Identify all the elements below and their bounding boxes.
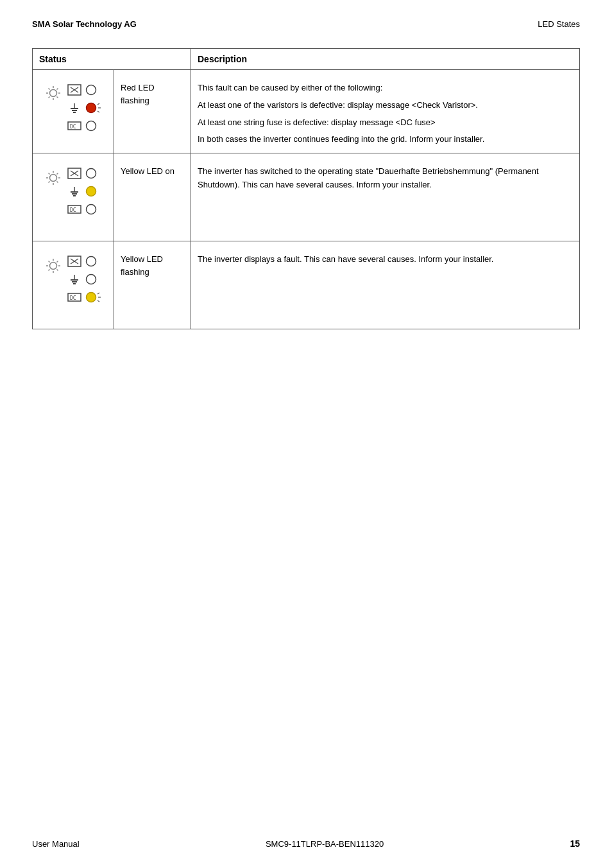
label-line2-3: flashing: [121, 267, 149, 277]
svg-line-31: [49, 173, 50, 175]
led-yellow-on-2: [85, 186, 97, 197]
sun-icon-1: [44, 82, 65, 139]
dc-icon-2: DC: [67, 204, 81, 215]
led-off-3a: [85, 256, 97, 267]
status-icon-3: DC: [39, 248, 107, 322]
svg-line-46: [57, 261, 58, 263]
led-row-ground-3: [67, 273, 105, 285]
svg-point-65: [87, 293, 96, 302]
svg-text:DC: DC: [70, 295, 76, 301]
svg-point-36: [87, 169, 96, 178]
label-line1-3: Yellow LED: [121, 254, 163, 264]
svg-text:DC: DC: [70, 124, 76, 130]
dc-icon-3: DC: [67, 291, 81, 303]
svg-point-57: [87, 257, 96, 266]
col-header-description: Description: [191, 49, 580, 70]
svg-point-32: [50, 175, 57, 182]
led-off-2a: [85, 168, 97, 179]
status-icon-2: DC: [39, 160, 107, 234]
led-row-dc-2: DC: [67, 204, 97, 215]
led-red-flash-1: [85, 102, 105, 114]
label-text-1: Red LED flashing: [121, 76, 184, 107]
svg-point-53: [50, 263, 57, 270]
desc-p2-1: At least one of the varistors is defecti…: [198, 99, 573, 112]
svg-point-41: [87, 187, 96, 196]
svg-point-8: [50, 90, 57, 97]
section-title: LED States: [538, 19, 580, 29]
svg-line-29: [49, 182, 50, 183]
status-icon-cell-3: DC: [33, 241, 114, 329]
svg-line-66: [98, 293, 99, 294]
label-line1-1: Red LED: [121, 83, 155, 92]
company-name: SMA Solar Technology AG: [32, 19, 137, 29]
svg-line-27: [57, 182, 58, 183]
svg-line-1: [57, 89, 58, 90]
desc-text-2: The inverter has switched to the operati…: [198, 160, 573, 192]
label-text-3: Yellow LED flashing: [121, 248, 184, 278]
svg-point-62: [87, 275, 96, 284]
desc-p1-2: The inverter has switched to the operati…: [198, 165, 573, 192]
svg-line-25: [57, 173, 58, 175]
svg-point-23: [87, 121, 96, 131]
svg-point-17: [87, 103, 96, 113]
desc-p1-3: The inverter displays a fault. This can …: [198, 253, 573, 266]
warning-icon-1: [67, 84, 81, 96]
ground-icon-2: [67, 186, 81, 197]
svg-line-48: [57, 270, 58, 271]
svg-line-18: [98, 103, 99, 105]
svg-line-68: [98, 300, 99, 302]
desc-cell-1: This fault can be caused by either of th…: [191, 70, 580, 153]
led-row-warning-2: [67, 168, 97, 179]
desc-text-3: The inverter displays a fault. This can …: [198, 248, 573, 266]
sun-icon-2: [44, 165, 65, 229]
led-row-ground-1: [67, 102, 105, 114]
table-row: DC Yellow LED on: [33, 153, 580, 241]
led-off-3b: [85, 273, 97, 285]
status-icon-cell-2: DC: [33, 153, 114, 241]
svg-line-5: [49, 97, 50, 98]
led-row-dc-1: DC: [67, 120, 105, 132]
svg-line-52: [49, 261, 50, 263]
dc-icon-1: DC: [67, 120, 81, 132]
warning-icon-3: [67, 256, 81, 267]
status-icon-cell-1: DC: [33, 70, 114, 153]
status-table: Status Description: [32, 48, 580, 329]
footer-center: SMC9-11TLRP-BA-BEN111320: [266, 839, 384, 849]
svg-point-44: [87, 205, 96, 214]
svg-line-20: [98, 111, 99, 112]
led-off-1b: [85, 120, 97, 132]
page-number: 15: [570, 838, 580, 849]
sun-icon-3: [44, 253, 65, 317]
svg-point-12: [87, 85, 96, 95]
warning-icon-2: [67, 168, 81, 179]
footer-left: User Manual: [32, 839, 80, 849]
col-header-status: Status: [33, 49, 191, 70]
page-footer: User Manual SMC9-11TLRP-BA-BEN111320 15: [32, 838, 580, 849]
label-text-2: Yellow LED on: [121, 160, 184, 178]
desc-text-1: This fault can be caused by either of th…: [198, 76, 573, 146]
label-cell-2: Yellow LED on: [114, 153, 191, 241]
label-line1-2: Yellow LED on: [121, 166, 174, 176]
led-row-ground-2: [67, 186, 97, 197]
ground-icon-1: [67, 102, 81, 114]
desc-cell-2: The inverter has switched to the operati…: [191, 153, 580, 241]
svg-text:DC: DC: [70, 207, 76, 213]
led-off-2b: [85, 204, 97, 215]
label-cell-3: Yellow LED flashing: [114, 241, 191, 329]
svg-line-7: [49, 89, 50, 90]
table-row: DC Red LED flashing: [33, 70, 580, 153]
ground-icon-3: [67, 273, 81, 285]
label-line2-1: flashing: [121, 96, 149, 105]
svg-line-50: [49, 270, 50, 271]
led-yellow-flash-3: [85, 291, 105, 303]
status-icon-1: DC: [39, 76, 107, 144]
svg-line-3: [57, 97, 58, 98]
led-off-1a: [85, 84, 97, 96]
label-cell-1: Red LED flashing: [114, 70, 191, 153]
desc-p4-1: In both cases the inverter continues fee…: [198, 133, 573, 146]
desc-cell-3: The inverter displays a fault. This can …: [191, 241, 580, 329]
desc-p3-1: At least one string fuse is defective: d…: [198, 116, 573, 130]
led-row-warning-3: [67, 256, 105, 267]
desc-p1-1: This fault can be caused by either of th…: [198, 82, 573, 95]
table-row: DC: [33, 241, 580, 329]
